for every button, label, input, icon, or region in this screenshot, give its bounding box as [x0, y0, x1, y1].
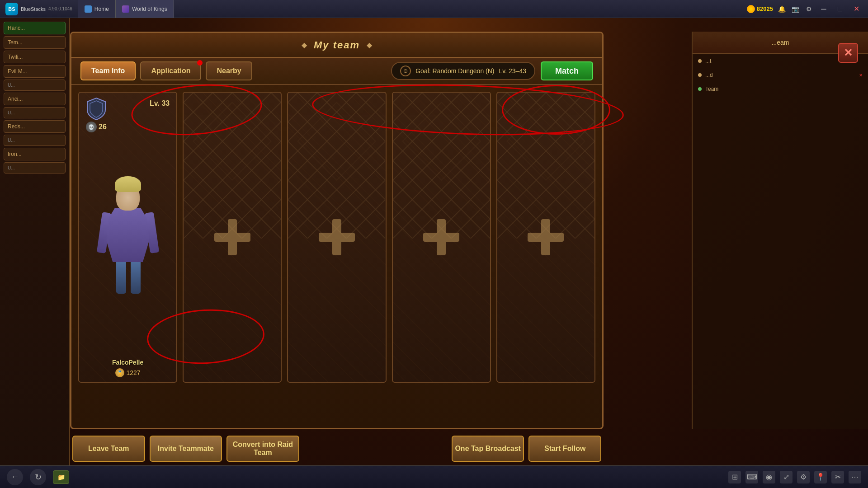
right-item-2-label: Team — [705, 86, 718, 92]
svg-rect-2 — [393, 93, 490, 239]
invite-teammate-label: Invite Teammate — [158, 445, 214, 453]
tabs-bar: Team Info Application Nearby ⊙ Goal: Ran… — [71, 58, 602, 85]
right-item-1-label: ...d — [705, 72, 713, 78]
title-diamond-left: ◆ — [302, 41, 307, 49]
slot-pattern — [393, 93, 490, 239]
slot-pattern — [184, 93, 281, 239]
titlebar-right: 82025 🔔 📷 ⚙ ─ □ ✕ — [747, 3, 868, 15]
svg-rect-1 — [288, 93, 385, 239]
goal-level: Lv. 23–43 — [499, 67, 526, 75]
forward-nav-button[interactable]: ↻ — [30, 469, 46, 485]
title-diamond-right: ◆ — [367, 41, 372, 49]
team-title-bar: ◆ My team ◆ — [71, 33, 602, 58]
tab-world-of-kings[interactable]: World of Kings — [116, 0, 174, 18]
left-panel: Ranc... Tem... Twili... Evil M... U... A… — [0, 18, 70, 465]
member-slot-1 — [183, 92, 282, 383]
titlebar: BS BlueStacks 4.90.0.1046 Home World of … — [0, 0, 868, 18]
home-tab-label: Home — [94, 6, 109, 12]
taskbar: ← ↻ 📁 ⊞ ⌨ ◉ ⤢ ⚙ 📍 ✂ ⋯ — [0, 465, 868, 488]
right-item-2[interactable]: Team — [693, 82, 868, 96]
start-follow-label: Start Follow — [544, 445, 586, 453]
tab-nearby[interactable]: Nearby — [206, 61, 252, 80]
left-panel-list: Ranc... Tem... Twili... Evil M... U... A… — [0, 18, 69, 177]
left-item-10[interactable]: U... — [4, 162, 66, 174]
leave-team-button[interactable]: Leave Team — [72, 436, 145, 462]
taskbar-icon-rotate[interactable]: ⤢ — [780, 471, 793, 483]
tab-application-label: Application — [151, 67, 190, 75]
notification-btn[interactable]: 🔔 — [777, 4, 787, 14]
match-button[interactable]: Match — [541, 61, 593, 80]
left-item-0[interactable]: Ranc... — [4, 22, 66, 34]
close-panel-button[interactable]: ✕ — [838, 43, 858, 63]
one-tap-broadcast-label: One Tap Broadcast — [455, 445, 521, 453]
left-item-6[interactable]: U... — [4, 107, 66, 118]
taskbar-icon-settings[interactable]: ⚙ — [797, 471, 810, 483]
player-name: FalcoPelle — [112, 359, 143, 366]
member-slot-2 — [287, 92, 386, 383]
tab-nearby-label: Nearby — [217, 67, 241, 75]
slot-pattern — [288, 93, 385, 239]
right-item-1[interactable]: ...d ✕ — [693, 68, 868, 82]
red-x-icon: ✕ — [859, 73, 863, 78]
taskbar-icon-location[interactable]: 📍 — [814, 471, 827, 483]
taskbar-icon-camera[interactable]: ◉ — [763, 471, 775, 483]
left-item-4[interactable]: U... — [4, 80, 66, 91]
left-item-3[interactable]: Evil M... — [4, 65, 66, 78]
left-item-1[interactable]: Tem... — [4, 36, 66, 49]
dot-icon — [698, 87, 702, 91]
taskbar-icon-scissor[interactable]: ✂ — [831, 471, 844, 483]
back-nav-button[interactable]: ← — [7, 469, 23, 485]
taskbar-icon-grid[interactable]: ⊞ — [728, 471, 741, 483]
goal-text: Goal: Random Dungeon (N) — [415, 67, 494, 75]
maximize-btn[interactable]: □ — [834, 3, 846, 15]
tab-team-info[interactable]: Team Info — [80, 61, 136, 80]
team-panel: ◆ My team ◆ Team Info Application Nearby… — [70, 32, 604, 429]
member-slot-4 — [496, 92, 595, 383]
score-value: 1227 — [127, 369, 141, 376]
bluestacks-logo-icon: BS — [5, 3, 18, 15]
left-item-8[interactable]: U... — [4, 135, 66, 146]
taskbar-icon-keyboard[interactable]: ⌨ — [745, 471, 758, 483]
tab-home[interactable]: Home — [78, 0, 116, 18]
convert-raid-button[interactable]: Convert into RaidTeam — [226, 436, 299, 462]
left-item-9[interactable]: Iron... — [4, 148, 66, 160]
right-item-0-label: ...t — [705, 58, 711, 64]
left-item-2[interactable]: Twili... — [4, 51, 66, 63]
action-buttons-bar: Leave Team Invite Teammate Convert into … — [70, 432, 604, 465]
leave-team-label: Leave Team — [88, 445, 129, 453]
wok-tab-icon — [122, 5, 129, 13]
tab-team-info-label: Team Info — [91, 67, 125, 75]
app-version: 4.90.0.1046 — [48, 6, 72, 11]
camera-btn[interactable]: 📷 — [790, 4, 800, 14]
taskbar-icon-more[interactable]: ⋯ — [849, 471, 861, 483]
home-tab-icon — [85, 5, 92, 13]
app-name: BlueStacks — [21, 6, 46, 12]
minimize-btn[interactable]: ─ — [817, 3, 830, 15]
member-slot-0: 💀 26 Lv. 33 — [78, 92, 177, 383]
goal-match-area: ⊙ Goal: Random Dungeon (N) Lv. 23–43 Mat… — [391, 61, 593, 80]
taskbar-left: ← ↻ 📁 — [7, 469, 69, 485]
member-slot-3 — [392, 92, 491, 383]
invite-teammate-button[interactable]: Invite Teammate — [150, 436, 222, 462]
plus-icon-2 — [319, 219, 355, 255]
folder-button[interactable]: 📁 — [53, 470, 69, 484]
application-notification-badge — [197, 60, 203, 66]
svg-rect-0 — [184, 93, 281, 239]
slot-pattern — [497, 93, 594, 239]
wok-tab-label: World of Kings — [132, 6, 167, 12]
coin-icon — [747, 5, 755, 13]
convert-raid-label: Convert into RaidTeam — [233, 441, 293, 457]
tab-application[interactable]: Application — [140, 61, 201, 80]
close-window-btn[interactable]: ✕ — [850, 3, 863, 15]
one-tap-broadcast-button[interactable]: One Tap Broadcast — [452, 436, 524, 462]
left-item-7[interactable]: Reds... — [4, 120, 66, 133]
goal-display: ⊙ Goal: Random Dungeon (N) Lv. 23–43 — [391, 62, 535, 80]
settings-btn[interactable]: ⚙ — [804, 4, 814, 14]
score-medal-icon: 🏅 — [115, 368, 124, 377]
start-follow-button[interactable]: Start Follow — [528, 436, 601, 462]
plus-icon-1 — [214, 219, 250, 255]
left-item-5[interactable]: Anci... — [4, 93, 66, 105]
team-title: My team — [314, 39, 360, 51]
player-score: 🏅 1227 — [115, 368, 141, 377]
plus-icon-4 — [528, 219, 564, 255]
